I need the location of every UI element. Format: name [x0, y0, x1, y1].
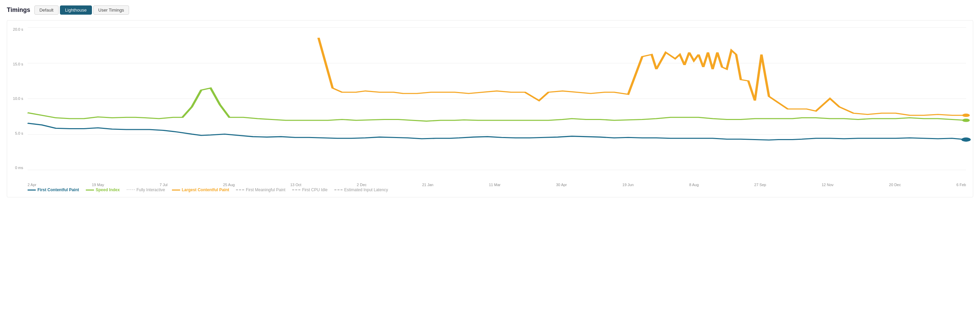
- timings-panel: Timings Default Lighthouse User Timings …: [0, 0, 980, 203]
- legend-line-lcp: [172, 189, 180, 191]
- chart-area: [28, 27, 966, 170]
- legend-line-eil: [334, 189, 342, 190]
- chart-legend: First Contentful Paint Speed Index Fully…: [28, 180, 966, 197]
- dot-speed-index: [962, 118, 970, 122]
- legend-line-fi: [127, 189, 135, 190]
- legend-line-si: [86, 189, 94, 191]
- y-label-10: 10.0 s: [13, 96, 23, 101]
- tab-group: Default Lighthouse User Timings: [34, 5, 129, 14]
- line-speed-index: [28, 88, 966, 121]
- chart-container: 20.0 s 15.0 s 10.0 s 5.0 s 0 ms: [7, 20, 973, 197]
- legend-label-lcp: Largest Contentful Paint: [182, 187, 229, 192]
- dot-fcp: [961, 138, 971, 141]
- dot-lcp: [962, 114, 970, 117]
- legend-label-fci: First CPU Idle: [302, 187, 328, 192]
- legend-label-si: Speed Index: [96, 187, 120, 192]
- legend-line-fcp: [28, 189, 36, 191]
- page-title: Timings: [7, 6, 30, 14]
- line-lcp: [318, 38, 966, 115]
- legend-fcp: First Contentful Paint: [28, 187, 79, 192]
- legend-eil: Estimated Input Latency: [334, 187, 388, 192]
- legend-fci: First CPU Idle: [292, 187, 328, 192]
- legend-si: Speed Index: [86, 187, 120, 192]
- legend-line-fmp: [236, 189, 244, 190]
- y-label-0: 0 ms: [15, 166, 23, 170]
- panel-header: Timings Default Lighthouse User Timings: [7, 5, 973, 14]
- y-label-5: 5.0 s: [15, 131, 23, 135]
- chart-svg: [28, 27, 966, 170]
- legend-fi: Fully Interactive: [127, 187, 165, 192]
- y-label-15: 15.0 s: [13, 62, 23, 66]
- tab-default[interactable]: Default: [34, 5, 59, 14]
- legend-fmp: First Meaningful Paint: [236, 187, 285, 192]
- y-label-20: 20.0 s: [13, 27, 23, 31]
- legend-lcp: Largest Contentful Paint: [172, 187, 229, 192]
- legend-line-fci: [292, 189, 300, 190]
- tab-user-timings[interactable]: User Timings: [93, 5, 129, 14]
- legend-label-fcp: First Contentful Paint: [37, 187, 79, 192]
- tab-lighthouse[interactable]: Lighthouse: [60, 5, 92, 14]
- line-fcp: [28, 123, 966, 140]
- legend-label-fi: Fully Interactive: [137, 187, 165, 192]
- legend-label-eil: Estimated Input Latency: [344, 187, 388, 192]
- y-axis: 20.0 s 15.0 s 10.0 s 5.0 s 0 ms: [7, 27, 26, 170]
- legend-label-fmp: First Meaningful Paint: [246, 187, 285, 192]
